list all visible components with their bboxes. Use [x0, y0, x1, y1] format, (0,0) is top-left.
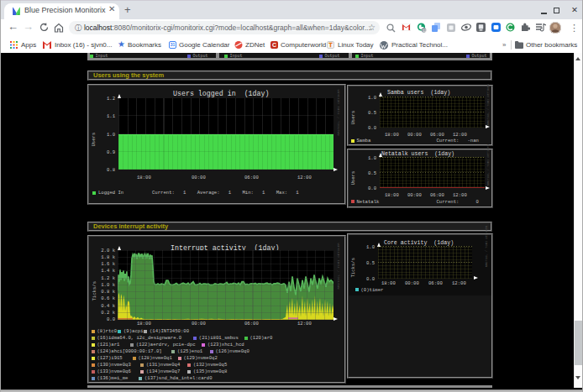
svg-text:12: 12 — [423, 29, 427, 33]
